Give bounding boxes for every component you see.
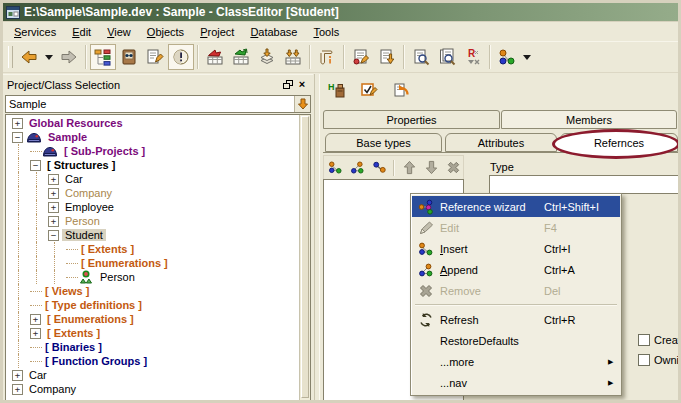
insert-reference-button[interactable] <box>326 158 346 178</box>
context-item-append[interactable]: AppendCtrl+A <box>412 259 620 280</box>
menu-tools[interactable]: Tools <box>305 24 347 40</box>
entry-preview-button[interactable] <box>434 44 460 70</box>
stack-button[interactable] <box>254 44 280 70</box>
edit-entry-button[interactable] <box>142 44 168 70</box>
tree-item-structures[interactable]: −[ Structures ] <box>6 158 298 172</box>
import-green-button[interactable] <box>228 44 254 70</box>
project-icon <box>26 130 43 144</box>
tree-item-extents[interactable]: +[ Extents ] <box>6 326 298 340</box>
tree-item-global-resources[interactable]: +Global Resources <box>6 116 298 130</box>
back-button[interactable] <box>16 44 42 70</box>
checkbox-owning[interactable]: Ownin <box>638 354 681 366</box>
expand-icon[interactable]: + <box>48 174 59 185</box>
checkbox-create[interactable]: Creat <box>638 334 681 346</box>
panel-splitter[interactable] <box>314 74 320 400</box>
entry-modify-button[interactable] <box>348 44 374 70</box>
tree-item-employee[interactable]: +Employee <box>6 200 298 214</box>
import-red-button[interactable] <box>202 44 228 70</box>
tree-guide-line <box>10 256 28 270</box>
expand-icon[interactable]: + <box>48 216 59 227</box>
title-bar[interactable]: E:\Sample\Sample.dev : Sample - ClassEdi… <box>3 3 678 22</box>
tree-item-extents[interactable]: [ Extents ] <box>6 242 298 256</box>
tree-item-car[interactable]: +Car <box>6 172 298 186</box>
tree-item-car[interactable]: +Car <box>6 368 298 382</box>
tree-item-person[interactable]: +Person <box>6 214 298 228</box>
tree-item-person[interactable]: Person <box>6 270 298 284</box>
tree-item-enumerations[interactable]: [ Enumerations ] <box>6 256 298 270</box>
tree-item-student[interactable]: −Student <box>6 228 298 242</box>
back-history-button[interactable] <box>42 44 56 70</box>
float-window-icon[interactable] <box>281 78 295 92</box>
expand-icon[interactable]: + <box>12 370 23 381</box>
table-download-button[interactable] <box>280 44 306 70</box>
tree-item-company[interactable]: +Company <box>6 186 298 200</box>
tree-item-type-definitions[interactable]: [ Type definitions ] <box>6 298 298 312</box>
script-button[interactable] <box>314 44 340 70</box>
move-up-icon <box>402 160 417 175</box>
menu-edit[interactable]: Edit <box>64 24 99 40</box>
edit-check-button[interactable] <box>357 78 381 102</box>
entry-find-button[interactable] <box>408 44 434 70</box>
tree-item-label: Student <box>62 229 106 241</box>
expand-icon[interactable]: + <box>30 328 41 339</box>
expand-icon[interactable]: + <box>48 202 59 213</box>
expand-icon[interactable]: + <box>12 384 23 395</box>
tab-base-types[interactable]: Base types <box>325 133 442 152</box>
tree-item-binaries[interactable]: [ Binaries ] <box>6 340 298 354</box>
type-input[interactable] <box>489 175 679 194</box>
catalog-button[interactable] <box>116 44 142 70</box>
reference-tools-button[interactable] <box>494 44 520 70</box>
rebuild-button[interactable]: R <box>460 44 486 70</box>
tab-properties[interactable]: Properties <box>323 110 500 129</box>
tree-item-enumerations[interactable]: +[ Enumerations ] <box>6 312 298 326</box>
tree-item-sample[interactable]: −Sample <box>6 130 298 144</box>
expand-icon[interactable]: + <box>30 314 41 325</box>
collapse-icon[interactable]: − <box>12 132 23 143</box>
context-item-refresh[interactable]: RefreshCtrl+R <box>412 309 620 330</box>
menu-project[interactable]: Project <box>192 24 242 40</box>
application-icon <box>6 6 20 19</box>
checkbox-icon[interactable] <box>638 354 650 366</box>
menu-view[interactable]: View <box>99 24 139 40</box>
context-item-insert[interactable]: InsertCtrl+I <box>412 238 620 259</box>
tree-guide-line <box>10 298 28 312</box>
menu-services[interactable]: Services <box>6 24 64 40</box>
project-combo[interactable]: Sample <box>5 95 311 113</box>
close-icon[interactable]: × <box>295 78 309 92</box>
entry-save-button[interactable] <box>374 44 400 70</box>
combo-dropdown-button[interactable] <box>294 96 310 112</box>
context-item-reference-wizard[interactable]: Reference wizardCtrl+Shift+I <box>412 196 620 217</box>
expand-icon[interactable]: + <box>12 118 23 129</box>
tree-item-label: [ Enumerations ] <box>44 313 137 325</box>
expand-icon[interactable]: + <box>48 188 59 199</box>
tab-attributes[interactable]: Attributes <box>445 133 557 152</box>
menu-objects[interactable]: Objects <box>139 24 192 40</box>
tree-vertical-scrollbar[interactable] <box>299 115 310 400</box>
class-hierarchy-button[interactable] <box>90 44 116 70</box>
context-item-nav[interactable]: ...nav▶ <box>412 372 620 393</box>
checkbox-icon[interactable] <box>638 334 650 346</box>
menu-database[interactable]: Database <box>242 24 305 40</box>
consistency-check-button[interactable] <box>168 44 194 70</box>
h-tool-button[interactable]: H <box>325 78 349 102</box>
tree-item-sub-projects[interactable]: [ Sub-Projects ] <box>6 144 298 158</box>
tab-members[interactable]: Members <box>501 110 677 129</box>
tree-item-label: [ Sub-Projects ] <box>61 145 148 157</box>
tree-item-function-groups[interactable]: [ Function Groups ] <box>6 354 298 368</box>
tree-item-views[interactable]: [ Views ] <box>6 284 298 298</box>
toolbar-grip[interactable] <box>8 46 13 68</box>
reference-tools-more-button[interactable] <box>520 44 534 70</box>
collapse-icon[interactable]: − <box>48 230 59 241</box>
tree-item-label: Person <box>97 271 138 283</box>
toolbar-separator <box>393 160 395 176</box>
link-reference-button[interactable] <box>370 158 390 178</box>
tree-item-company[interactable]: +Company <box>6 382 298 396</box>
context-item-more[interactable]: ...more▶ <box>412 351 620 372</box>
forward-button[interactable] <box>56 44 82 70</box>
restore-defaults-button[interactable] <box>389 78 413 102</box>
toolbar-separator <box>403 45 405 69</box>
scrollbar-thumb[interactable] <box>301 116 309 398</box>
collapse-icon[interactable]: − <box>30 160 41 171</box>
context-item-restoredefaults[interactable]: RestoreDefaults <box>412 330 620 351</box>
append-reference-button[interactable] <box>348 158 368 178</box>
